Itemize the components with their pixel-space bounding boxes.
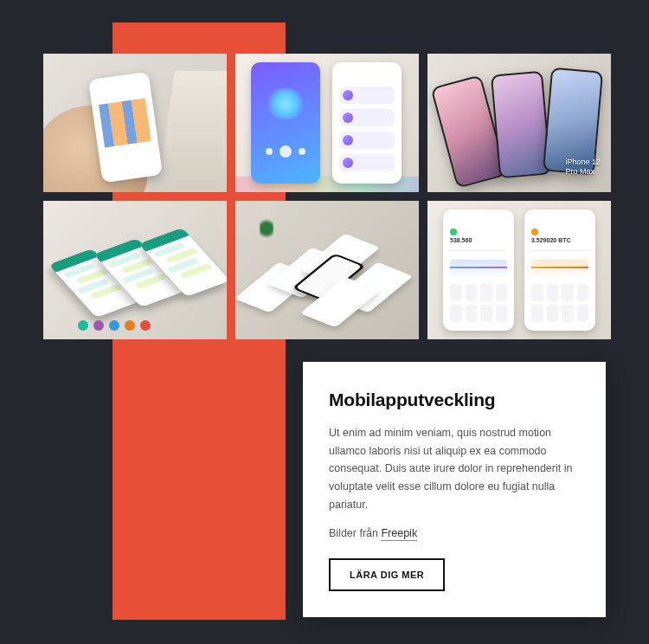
gallery-tile-iphone-mockups[interactable]: iPhone 12 Pro Max xyxy=(427,54,611,192)
credit-link[interactable]: Freepik xyxy=(381,527,417,541)
balance-value: 3.529020 BTC xyxy=(531,237,571,243)
sparkline-chart xyxy=(450,260,507,279)
info-card: Mobilapputveckling Ut enim ad minim veni… xyxy=(303,362,606,617)
playback-controls xyxy=(251,148,320,158)
gallery-tile-ui-spread[interactable] xyxy=(235,201,419,339)
gallery-tile-wallet-app[interactable]: 538.560 3.529020 BTC xyxy=(427,201,611,339)
gallery-tile-chat-app[interactable] xyxy=(43,201,227,339)
learn-more-button[interactable]: LÄRA DIG MER xyxy=(329,558,445,591)
waveform-icon xyxy=(264,88,307,119)
gallery-tile-hand-phone[interactable] xyxy=(43,54,227,192)
gallery-tile-music-app[interactable] xyxy=(235,54,419,192)
phone-mockup xyxy=(491,71,551,179)
gallery-grid: iPhone 12 Pro Max 538.560 xyxy=(43,54,611,339)
desk-surface xyxy=(157,71,227,192)
balance-value: 538.560 xyxy=(450,237,472,243)
image-credit: Bilder från Freepik xyxy=(329,527,580,539)
wallet-screen-a: 538.560 xyxy=(443,209,514,331)
music-list-screen xyxy=(332,62,402,184)
sparkline-chart xyxy=(531,260,588,279)
music-player-screen xyxy=(251,62,320,184)
color-dots xyxy=(78,320,151,331)
credit-prefix: Bilder från xyxy=(329,527,381,539)
card-body: Ut enim ad minim veniam, quis nostrud mo… xyxy=(329,424,580,513)
wallet-screen-b: 3.529020 BTC xyxy=(524,209,595,331)
device-label: iPhone 12 Pro Max xyxy=(565,158,601,177)
plant-icon xyxy=(260,216,273,241)
card-heading: Mobilapputveckling xyxy=(329,390,580,410)
